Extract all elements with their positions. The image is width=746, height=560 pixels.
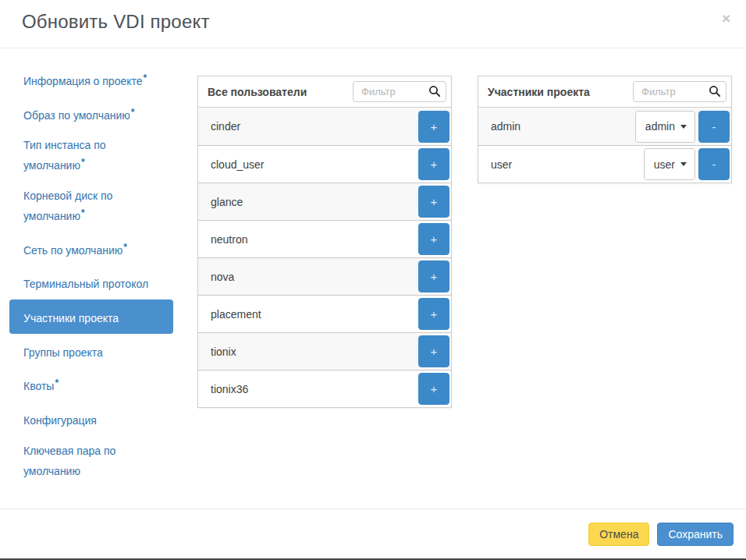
required-asterisk: * (55, 377, 59, 388)
sidebar-item-default-network[interactable]: Сеть по умолчанию* (9, 232, 173, 266)
members-list: admin admin - user user - (478, 108, 731, 183)
members-filter (633, 81, 726, 102)
required-asterisk: * (81, 157, 85, 168)
required-asterisk: * (81, 207, 85, 218)
sidebar-item-terminal-protocol[interactable]: Терминальный протокол (9, 265, 173, 299)
add-user-button[interactable]: + (418, 261, 449, 292)
project-members-panel-header: Участники проекта (478, 76, 731, 108)
user-row: placement + (198, 295, 451, 332)
add-user-button[interactable]: + (418, 148, 449, 180)
all-users-filter (353, 81, 446, 102)
remove-member-button[interactable]: - (698, 111, 730, 143)
sidebar-item-project-groups[interactable]: Группы проекта (9, 334, 173, 368)
user-row: cinder + (198, 108, 451, 145)
required-asterisk: * (123, 242, 127, 253)
sidebar-item-default-image[interactable]: Образ по умолчанию* (9, 97, 173, 131)
user-name: neutron (211, 233, 247, 246)
user-name: cloud_user (211, 158, 265, 171)
required-asterisk: * (131, 107, 135, 118)
user-name: cinder (211, 120, 240, 133)
modal-footer: Отмена Сохранить (0, 509, 746, 558)
add-user-button[interactable]: + (418, 111, 449, 143)
user-row: tionix36 + (198, 370, 451, 407)
user-name: placement (211, 308, 261, 321)
add-user-button[interactable]: + (418, 373, 449, 405)
all-users-list: cinder + cloud_user + glance + neutron +… (198, 108, 451, 407)
all-users-filter-input[interactable] (353, 81, 446, 102)
user-name: nova (211, 271, 234, 283)
member-name: admin (491, 120, 520, 133)
modal-header: Обновить VDI проект × (0, 0, 746, 48)
modal-title: Обновить VDI проект (22, 11, 210, 33)
user-row: nova + (198, 257, 451, 295)
chevron-down-icon (680, 125, 687, 129)
user-row: neutron + (198, 220, 451, 257)
cancel-button[interactable]: Отмена (588, 523, 649, 546)
member-row: user user - (478, 145, 731, 183)
role-dropdown[interactable]: user (644, 148, 695, 180)
members-filter-input[interactable] (633, 81, 726, 102)
add-user-button[interactable]: + (418, 186, 449, 218)
all-users-panel-header: Все пользователи (198, 76, 451, 108)
sidebar-item-project-info[interactable]: Информация о проекте* (9, 62, 173, 97)
add-user-button[interactable]: + (418, 223, 449, 255)
sidebar-item-configuration[interactable]: Конфигурация (9, 402, 173, 436)
required-asterisk: * (144, 73, 147, 83)
user-row: tionix + (198, 332, 451, 370)
user-row: cloud_user + (198, 145, 451, 183)
add-user-button[interactable]: + (418, 298, 449, 330)
role-dropdown-value: user (654, 158, 675, 171)
sidebar-item-quotas[interactable]: Квоты* (9, 367, 173, 402)
sidebar-item-default-keypair[interactable]: Ключевая пара по умолчанию (9, 436, 173, 487)
sidebar-item-project-members[interactable]: Участники проекта (9, 299, 173, 334)
update-vdi-project-modal: Обновить VDI проект × Информация о проек… (0, 0, 746, 560)
all-users-panel: Все пользователи cinder + cloud_user + g… (197, 76, 452, 408)
role-dropdown-value: admin (645, 120, 675, 133)
sidebar-item-default-root-disk[interactable]: Корневой диск по умолчанию* (9, 181, 173, 232)
sidebar-tabs: Информация о проекте* Образ по умолчанию… (9, 62, 173, 486)
project-members-title: Участники проекта (488, 86, 590, 98)
all-users-title: Все пользователи (208, 86, 307, 98)
user-name: glance (211, 196, 243, 208)
member-row: admin admin - (478, 108, 731, 145)
add-user-button[interactable]: + (418, 335, 449, 367)
remove-member-button[interactable]: - (698, 148, 730, 180)
chevron-down-icon (680, 162, 687, 166)
member-name: user (491, 158, 512, 171)
user-name: tionix (211, 346, 236, 358)
user-row: glance + (198, 183, 451, 220)
sidebar-item-default-instance-type[interactable]: Тип инстанса по умолчанию* (9, 130, 173, 181)
save-button[interactable]: Сохранить (657, 523, 734, 546)
project-members-panel: Участники проекта admin admin - user (478, 76, 732, 183)
close-icon[interactable]: × (722, 11, 730, 26)
user-name: tionix36 (211, 383, 248, 395)
role-dropdown[interactable]: admin (635, 111, 695, 143)
